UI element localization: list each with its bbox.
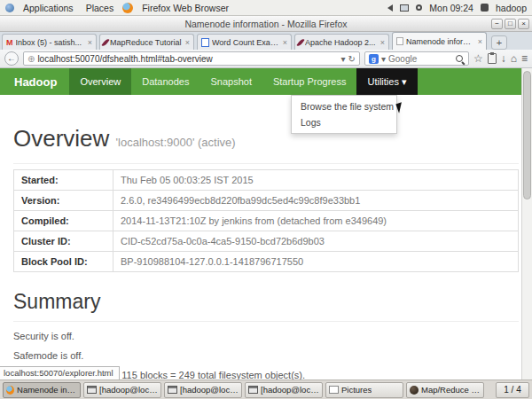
scrollbar[interactable]: [521, 68, 532, 379]
row-key: Compiled:: [14, 211, 113, 231]
scrollbar-thumb[interactable]: [523, 71, 531, 200]
eclipse-icon: [410, 386, 419, 395]
row-key: Block Pool ID:: [14, 252, 113, 272]
row-value: 2014-11-13T21:10Z by jenkins from (detac…: [113, 211, 519, 231]
bookmarks-menu-icon[interactable]: [488, 53, 497, 64]
document-icon: [201, 38, 209, 47]
close-window-button[interactable]: ×: [518, 19, 529, 29]
places-menu[interactable]: Places: [82, 3, 118, 13]
username[interactable]: hadoop: [496, 3, 527, 13]
user-icon: [481, 4, 489, 12]
clock[interactable]: Mon 09:24: [429, 3, 473, 13]
top-panel: Applications Places Firefox Web Browser …: [0, 0, 532, 16]
tab-apache-hadoop[interactable]: Apache Hadoop 2... ×: [294, 34, 389, 50]
menu-item-label: Browse the file system: [301, 101, 394, 112]
nav-utilities-label: Utilities: [367, 76, 398, 87]
row-value: Thu Feb 05 00:03:25 IST 2015: [113, 170, 519, 191]
firefox-launcher[interactable]: Firefox Web Browser: [138, 3, 232, 13]
tab-inbox[interactable]: M Inbox (5) - satish... ×: [2, 34, 97, 50]
security-status: Security is off.: [13, 331, 519, 341]
site-identity-icon[interactable]: ⊕: [27, 54, 35, 64]
mouse-cursor: [395, 102, 404, 113]
search-engine-dropdown-icon[interactable]: ▾: [381, 54, 386, 64]
volume-icon[interactable]: [384, 4, 393, 12]
close-tab-icon[interactable]: ×: [283, 38, 287, 47]
page-viewport: Hadoop Overview Datanodes Snapshot Start…: [0, 68, 532, 379]
tab-label: MapReduce Tutorial: [110, 38, 183, 47]
back-button[interactable]: ←: [4, 51, 19, 66]
reload-icon[interactable]: ↻: [348, 54, 356, 64]
firefox-launcher-icon[interactable]: [122, 3, 133, 13]
taskbar-item-eclipse[interactable]: Map/Reduce - E...: [406, 382, 484, 398]
divider: [13, 321, 519, 322]
safemode-status: Safemode is off.: [13, 350, 519, 361]
url-dropdown-icon[interactable]: ▾: [341, 54, 346, 64]
search-icon[interactable]: [455, 54, 465, 64]
taskbar-item-terminal-2[interactable]: [hadoop@localh...: [164, 382, 242, 398]
close-tab-icon[interactable]: ×: [478, 37, 482, 46]
taskbar-item-label: [hadoop@localh...: [99, 385, 158, 395]
hadoop-brand[interactable]: Hadoop: [0, 75, 69, 89]
table-row: Cluster ID: CID-c52cd75a-0c0a-4ca5-9150-…: [14, 231, 519, 252]
nav-utilities[interactable]: Utilities ▾: [356, 68, 417, 95]
close-tab-icon[interactable]: ×: [380, 38, 385, 47]
keyring-icon[interactable]: [416, 4, 422, 11]
menu-icon[interactable]: ≡: [521, 53, 528, 64]
nav-snapshot[interactable]: Snapshot: [200, 68, 262, 95]
tab-bar: M Inbox (5) - satish... × MapReduce Tuto…: [0, 32, 532, 50]
google-icon[interactable]: g: [369, 54, 379, 64]
tab-namenode-information[interactable]: Namenode information ×: [392, 32, 487, 50]
maximize-button[interactable]: □: [505, 19, 516, 29]
bookmark-star-icon[interactable]: ☆: [473, 53, 483, 64]
downloads-icon[interactable]: ↓: [501, 53, 506, 64]
row-key: Version:: [14, 191, 113, 211]
nav-startup-progress[interactable]: Startup Progress: [262, 68, 357, 95]
search-bar[interactable]: g ▾: [364, 51, 469, 66]
status-link-tooltip: localhost:50070/explorer.html: [0, 366, 120, 379]
row-value: CID-c52cd75a-0c0a-4ca5-9150-bcd72b6d9b03: [113, 231, 519, 252]
taskbar-item-label: Map/Reduce - E...: [421, 385, 481, 395]
table-row: Version: 2.6.0, re3496499ecb8d220fba99dc…: [14, 191, 519, 211]
new-tab-button[interactable]: +: [491, 35, 507, 50]
window-title: Namenode information - Mozilla Firefox: [184, 19, 347, 29]
search-input[interactable]: [388, 54, 452, 64]
tab-mapreduce-tutorial[interactable]: MapReduce Tutorial ×: [99, 34, 194, 50]
tab-word-count[interactable]: Word Count Exam... ×: [197, 34, 292, 50]
taskbar-item-label: [hadoop@localh...: [261, 385, 319, 395]
row-value: BP-910988104-127.0.0.1-1418796717550: [113, 252, 519, 272]
table-row: Block Pool ID: BP-910988104-127.0.0.1-14…: [14, 252, 519, 272]
close-tab-icon[interactable]: ×: [88, 38, 92, 47]
taskbar-item-terminal-1[interactable]: [hadoop@localh...: [83, 382, 161, 398]
namenode-info-table: Started: Thu Feb 05 00:03:25 IST 2015 Ve…: [13, 169, 519, 272]
url-input[interactable]: [37, 54, 338, 64]
network-icon[interactable]: [400, 4, 409, 12]
taskbar-item-pictures[interactable]: Pictures: [325, 382, 403, 398]
workspace-pager[interactable]: 1 / 4: [496, 382, 529, 398]
taskbar-item-label: [hadoop@localh...: [180, 385, 239, 395]
applications-menu-icon: [5, 4, 14, 12]
menu-item-logs[interactable]: Logs: [292, 114, 396, 130]
table-row: Started: Thu Feb 05 00:03:25 IST 2015: [14, 170, 519, 191]
nav-overview[interactable]: Overview: [69, 68, 131, 95]
minimize-button[interactable]: −: [491, 19, 503, 29]
terminal-icon: [168, 386, 177, 394]
menu-item-browse-filesystem[interactable]: Browse the file system: [292, 98, 396, 114]
row-key: Cluster ID:: [14, 231, 113, 252]
firefox-icon: [6, 386, 14, 395]
page-body: Overview 'localhost:9000' (active) Start…: [0, 125, 532, 379]
hadoop-navbar: Hadoop Overview Datanodes Snapshot Start…: [0, 68, 532, 95]
url-bar[interactable]: ⊕ ▾ ↻: [23, 51, 360, 66]
row-value: 2.6.0, re3496499ecb8d220fba99dc5ed4c99c8…: [113, 191, 519, 211]
chevron-down-icon: ▾: [402, 76, 407, 87]
taskbar-item-namenode[interactable]: Namenode infor...: [3, 382, 81, 398]
taskbar-item-terminal-3[interactable]: [hadoop@localh...: [245, 382, 323, 398]
window-titlebar: Namenode information - Mozilla Firefox −…: [0, 16, 532, 32]
page-title: Overview 'localhost:9000' (active): [13, 125, 519, 153]
tab-label: Inbox (5) - satish...: [16, 38, 85, 47]
close-tab-icon[interactable]: ×: [185, 38, 190, 47]
page-subtitle: 'localhost:9000' (active): [116, 136, 236, 149]
home-icon[interactable]: ⌂: [511, 53, 517, 64]
applications-menu[interactable]: Applications: [20, 3, 77, 13]
nav-datanodes[interactable]: Datanodes: [131, 68, 200, 95]
page-title-text: Overview: [13, 125, 109, 152]
